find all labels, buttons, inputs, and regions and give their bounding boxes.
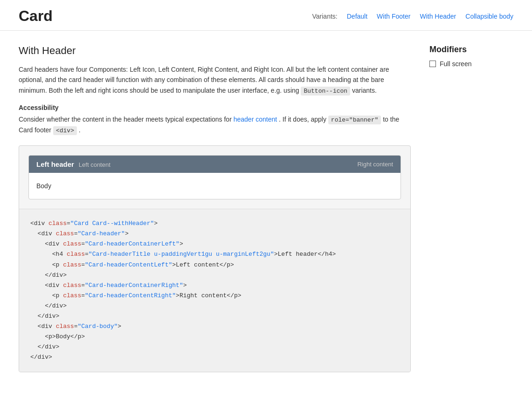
page-header: Card Variants: Default With Footer With … xyxy=(0,0,532,31)
full-screen-label: Full screen xyxy=(440,60,471,68)
code-line-6: <div class="Card-headerContainerRight"> xyxy=(30,280,399,291)
nav-link-collapsible-body[interactable]: Collapsible body xyxy=(465,13,513,20)
code-line-4: <p class="Card-headerContentLeft">Left c… xyxy=(30,260,399,270)
header-content-link[interactable]: header content xyxy=(234,116,277,123)
demo-card-right-content: Right content xyxy=(357,161,393,168)
code-line-7: <p class="Card-headerContentRight">Right… xyxy=(30,291,399,301)
sidebar: Modifiers Full screen xyxy=(429,45,513,372)
code-line-12: </div> xyxy=(30,342,399,352)
content-area: With Header Card headers have four Compo… xyxy=(19,45,411,372)
inline-code-3: <div> xyxy=(53,126,77,135)
nav-link-default[interactable]: Default xyxy=(347,13,367,20)
variants-label: Variants: xyxy=(312,13,338,20)
demo-card-header-left: Left header Left content xyxy=(36,160,111,168)
inline-code-1: Button--icon xyxy=(301,87,350,96)
code-line-9: </div> xyxy=(30,311,399,321)
code-line-2: <div class="Card-headerContainerLeft"> xyxy=(30,239,399,249)
main-content: With Header Card headers have four Compo… xyxy=(0,31,532,386)
nav-link-with-footer[interactable]: With Footer xyxy=(377,13,410,20)
demo-card-left-content: Left content xyxy=(79,161,111,168)
demo-container: Left header Left content Right content B… xyxy=(19,145,411,372)
code-line-8: </div> xyxy=(30,301,399,311)
description-2-final: . xyxy=(79,126,81,134)
demo-card-wrapper: Left header Left content Right content B… xyxy=(19,146,410,209)
sidebar-modifiers-title: Modifiers xyxy=(429,45,513,55)
code-line-10: <div class="Card-body"> xyxy=(30,321,399,332)
demo-card-title: Left header xyxy=(36,160,74,168)
description-1-end: variants. xyxy=(352,87,377,94)
code-line-1: <div class="Card-header"> xyxy=(30,229,399,239)
accessibility-heading: Accessibility xyxy=(19,104,411,111)
nav-link-with-header[interactable]: With Header xyxy=(420,13,456,20)
full-screen-checkbox-item[interactable]: Full screen xyxy=(429,60,513,68)
code-line-13: </div> xyxy=(30,352,399,362)
code-block: <div class="Card Card--withHeader"> <div… xyxy=(19,209,410,372)
full-screen-checkbox[interactable] xyxy=(429,61,436,67)
code-line-11: <p>Body</p> xyxy=(30,332,399,342)
description-2-mid: . If it does, apply xyxy=(279,116,326,123)
code-line-5: </div> xyxy=(30,270,399,280)
variants-nav: Variants: Default With Footer With Heade… xyxy=(312,13,513,20)
demo-card-header: Left header Left content Right content xyxy=(29,156,401,173)
code-line-3: <h4 class="Card-headerTitle u-paddingVer… xyxy=(30,249,399,260)
section-heading: With Header xyxy=(19,45,411,57)
demo-card-body: Body xyxy=(29,173,401,199)
description-1: Card headers have four Components: Left … xyxy=(19,64,411,96)
code-line-0: <div class="Card Card--withHeader"> xyxy=(30,219,399,229)
page-title: Card xyxy=(19,7,53,25)
description-2: Consider whether the content in the head… xyxy=(19,114,411,137)
demo-card: Left header Left content Right content B… xyxy=(28,155,401,199)
inline-code-2: role="banner" xyxy=(328,116,381,124)
description-2-start: Consider whether the content in the head… xyxy=(19,116,232,123)
